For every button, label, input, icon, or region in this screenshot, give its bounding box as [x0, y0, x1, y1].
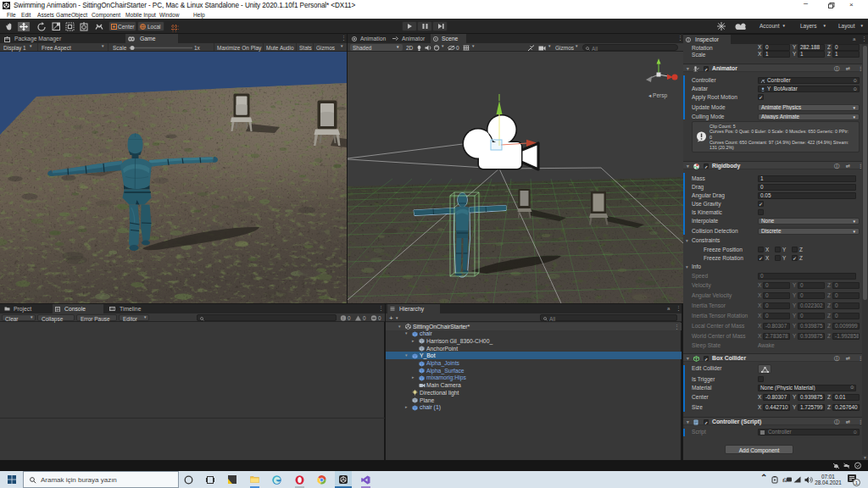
svg-text:0: 0: [348, 315, 351, 321]
svg-text:0: 0: [378, 315, 381, 321]
svg-text:0: 0: [363, 315, 366, 321]
svg-text:◂ Persp: ◂ Persp: [648, 92, 667, 99]
